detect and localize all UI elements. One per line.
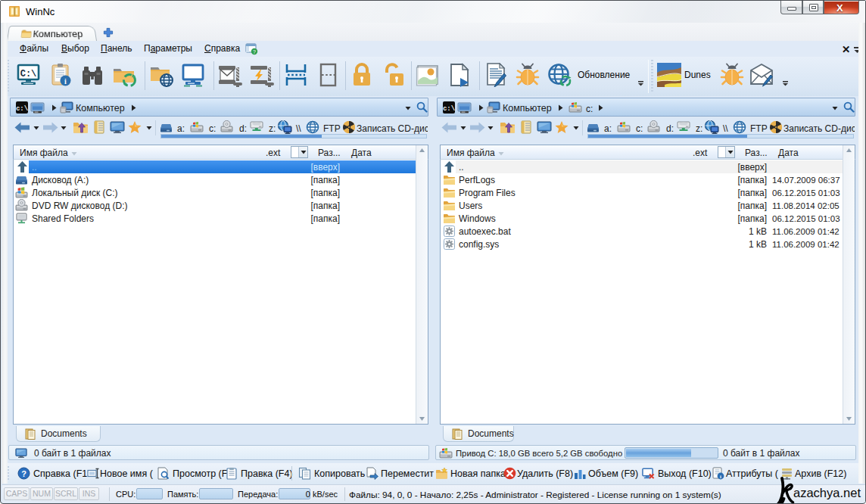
svg-text:?: ? bbox=[253, 49, 256, 54]
svg-text:C:\: C:\ bbox=[20, 69, 37, 79]
svg-text:i: i bbox=[64, 77, 67, 86]
svg-text:i: i bbox=[720, 474, 721, 479]
